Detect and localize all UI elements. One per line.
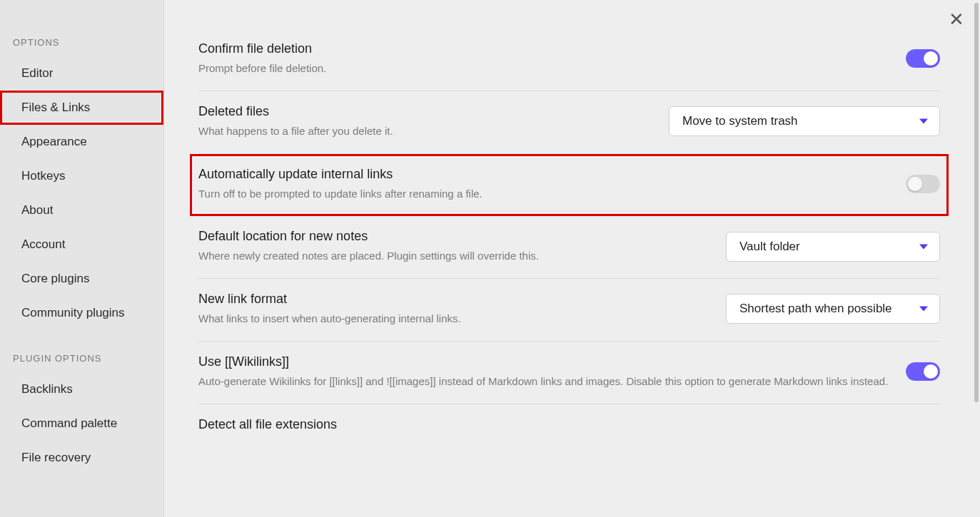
- sidebar-item-community-plugins[interactable]: Community plugins: [0, 296, 163, 330]
- sidebar-item-file-recovery[interactable]: File recovery: [0, 441, 163, 475]
- setting-confirm-delete: Confirm file deletion Prompt before file…: [198, 29, 940, 91]
- select-new-link-format[interactable]: Shortest path when possible: [726, 294, 940, 324]
- setting-desc: Where newly created notes are placed. Pl…: [198, 248, 709, 264]
- setting-title: Confirm file deletion: [198, 41, 889, 56]
- setting-deleted-files: Deleted files What happens to a file aft…: [198, 91, 940, 154]
- setting-title: Automatically update internal links: [198, 167, 889, 182]
- setting-desc: What happens to a file after you delete …: [198, 123, 652, 139]
- scrollbar-track[interactable]: [973, 0, 980, 517]
- sidebar-item-about[interactable]: About: [0, 193, 163, 227]
- sidebar-item-files-links[interactable]: Files & Links: [0, 91, 163, 125]
- sidebar-heading-plugin-options: Plugin options: [0, 344, 163, 372]
- setting-title: Detect all file extensions: [198, 417, 940, 432]
- setting-desc: Turn off to be prompted to update links …: [198, 186, 889, 202]
- sidebar-heading-options: Options: [0, 29, 163, 56]
- setting-title: Deleted files: [198, 104, 652, 119]
- setting-default-location: Default location for new notes Where new…: [198, 216, 940, 279]
- setting-auto-update-links: Automatically update internal links Turn…: [190, 154, 949, 217]
- setting-new-link-format: New link format What links to insert whe…: [198, 279, 940, 342]
- sidebar-item-backlinks[interactable]: Backlinks: [0, 372, 163, 406]
- select-default-location[interactable]: Vault folder: [726, 232, 940, 262]
- setting-detect-ext: Detect all file extensions: [198, 404, 940, 451]
- sidebar-item-command-palette[interactable]: Command palette: [0, 406, 163, 441]
- setting-desc: Auto-generate Wikilinks for [[links]] an…: [198, 374, 889, 389]
- settings-panel: ✕ Confirm file deletion Prompt before fi…: [164, 0, 980, 517]
- toggle-confirm-delete[interactable]: [906, 49, 940, 68]
- scrollbar-thumb[interactable]: [974, 3, 979, 402]
- setting-title: New link format: [198, 292, 709, 307]
- sidebar-item-account[interactable]: Account: [0, 227, 163, 262]
- setting-desc: What links to insert when auto-generatin…: [198, 311, 709, 327]
- toggle-use-wikilinks[interactable]: [906, 362, 940, 381]
- settings-sidebar: Options Editor Files & Links Appearance …: [0, 0, 164, 517]
- setting-title: Use [[Wikilinks]]: [198, 354, 889, 369]
- setting-title: Default location for new notes: [198, 229, 709, 244]
- toggle-auto-update-links[interactable]: [906, 175, 940, 193]
- sidebar-item-appearance[interactable]: Appearance: [0, 125, 163, 159]
- sidebar-item-core-plugins[interactable]: Core plugins: [0, 262, 163, 296]
- setting-desc: Prompt before file deletion.: [198, 61, 889, 76]
- select-deleted-files[interactable]: Move to system trash: [669, 106, 940, 136]
- close-icon[interactable]: ✕: [946, 7, 967, 31]
- sidebar-item-hotkeys[interactable]: Hotkeys: [0, 159, 163, 193]
- sidebar-item-editor[interactable]: Editor: [0, 56, 163, 91]
- setting-use-wikilinks: Use [[Wikilinks]] Auto-generate Wikilink…: [198, 342, 940, 404]
